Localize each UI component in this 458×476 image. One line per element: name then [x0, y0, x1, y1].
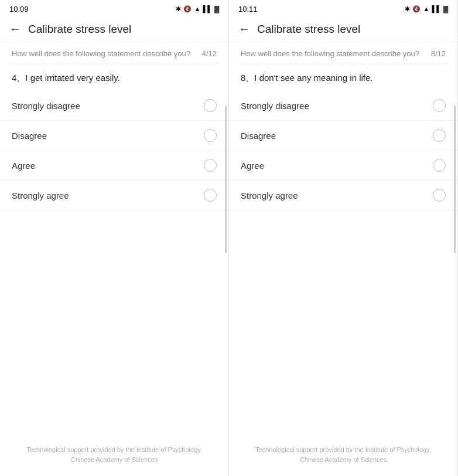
option-label-2-1: Strongly disagree: [241, 101, 309, 111]
header-1: ← Calibrate stress level: [0, 16, 228, 42]
option-strongly-agree-1[interactable]: Strongly agree: [0, 181, 228, 210]
question-bar-1: How well does the following statement de…: [0, 42, 228, 63]
radio-1-4[interactable]: [204, 189, 217, 202]
progress-1: 4/12: [202, 49, 217, 58]
header-2: ← Calibrate stress level: [229, 16, 457, 42]
option-label-1-2: Disagree: [12, 131, 47, 141]
time-2: 10:11: [238, 5, 258, 13]
option-disagree-1[interactable]: Disagree: [0, 121, 228, 151]
time-1: 10:09: [9, 5, 29, 13]
option-label-1-3: Agree: [12, 161, 35, 171]
footer-1: Technological support provided by the In…: [0, 445, 228, 464]
signal-icon-2: ▌▌: [432, 5, 441, 12]
mute-icon-1: 🔇: [183, 5, 192, 13]
option-label-1-4: Strongly agree: [12, 191, 69, 200]
scroll-indicator-2: [454, 106, 456, 253]
option-strongly-disagree-1[interactable]: Strongly disagree: [0, 91, 228, 121]
question-title-1: 4、I get irritated very easily.: [0, 63, 228, 91]
option-strongly-disagree-2[interactable]: Strongly disagree: [229, 91, 457, 121]
option-label-2-2: Disagree: [241, 131, 276, 141]
option-strongly-agree-2[interactable]: Strongly agree: [229, 181, 457, 210]
options-list-1: Strongly disagree Disagree Agree Strongl…: [0, 91, 228, 210]
wifi-icon-2: ▲: [423, 5, 429, 12]
option-disagree-2[interactable]: Disagree: [229, 121, 457, 151]
status-bar-2: 10:11 ✱ 🔇 ▲ ▌▌ ▓: [229, 0, 457, 16]
question-label-2: How well does the following statement de…: [241, 49, 419, 58]
option-label-2-3: Agree: [241, 161, 264, 171]
question-label-1: How well does the following statement de…: [12, 49, 190, 58]
options-list-2: Strongly disagree Disagree Agree Strongl…: [229, 91, 457, 210]
progress-2: 8/12: [431, 49, 446, 58]
screen-2: 10:11 ✱ 🔇 ▲ ▌▌ ▓ ← Calibrate stress leve…: [229, 0, 458, 476]
bluetooth-icon-2: ✱: [405, 5, 410, 13]
option-agree-2[interactable]: Agree: [229, 151, 457, 181]
option-agree-1[interactable]: Agree: [0, 151, 228, 181]
question-bar-2: How well does the following statement de…: [229, 42, 457, 63]
radio-2-3[interactable]: [433, 159, 446, 172]
footer-2: Technological support provided by the In…: [229, 445, 457, 464]
back-button-1[interactable]: ←: [9, 22, 21, 36]
radio-2-1[interactable]: [433, 99, 446, 112]
back-button-2[interactable]: ←: [238, 22, 250, 36]
radio-1-3[interactable]: [204, 159, 217, 172]
question-title-2: 8、I don't see any meaning in life.: [229, 63, 457, 91]
battery-icon-1: ▓: [214, 5, 219, 12]
radio-1-2[interactable]: [204, 129, 217, 142]
header-title-2: Calibrate stress level: [257, 23, 360, 36]
wifi-icon-1: ▲: [194, 5, 200, 12]
scroll-indicator-1: [225, 106, 227, 253]
signal-icon-1: ▌▌: [203, 5, 212, 12]
bluetooth-icon-1: ✱: [176, 5, 181, 13]
radio-1-1[interactable]: [204, 99, 217, 112]
battery-icon-2: ▓: [443, 5, 448, 12]
mute-icon-2: 🔇: [412, 5, 421, 13]
radio-2-4[interactable]: [433, 189, 446, 202]
option-label-1-1: Strongly disagree: [12, 101, 80, 111]
header-title-1: Calibrate stress level: [28, 23, 131, 36]
status-bar-1: 10:09 ✱ 🔇 ▲ ▌▌ ▓: [0, 0, 228, 16]
radio-2-2[interactable]: [433, 129, 446, 142]
status-icons-2: ✱ 🔇 ▲ ▌▌ ▓: [405, 5, 448, 13]
option-label-2-4: Strongly agree: [241, 191, 298, 200]
screen-1: 10:09 ✱ 🔇 ▲ ▌▌ ▓ ← Calibrate stress leve…: [0, 0, 229, 476]
status-icons-1: ✱ 🔇 ▲ ▌▌ ▓: [176, 5, 219, 13]
